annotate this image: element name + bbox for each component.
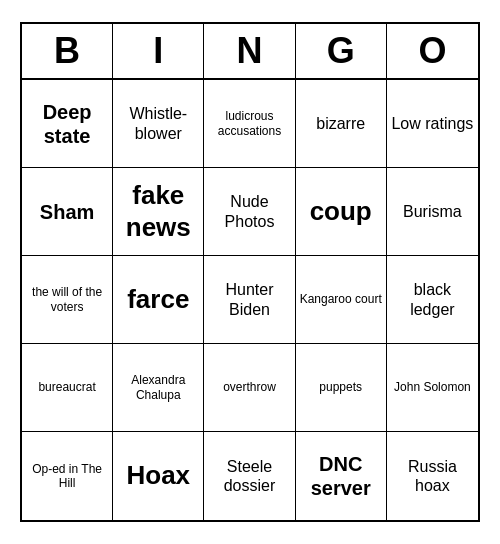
bingo-cell[interactable]: Steele dossier [204,432,295,520]
bingo-cell[interactable]: ludicrous accusations [204,80,295,168]
bingo-cell[interactable]: black ledger [387,256,478,344]
header-letter: B [22,24,113,78]
bingo-cell[interactable]: Alexandra Chalupa [113,344,204,432]
header-letter: G [296,24,387,78]
bingo-cell[interactable]: fake news [113,168,204,256]
bingo-cell[interactable]: puppets [296,344,387,432]
bingo-cell[interactable]: Hoax [113,432,204,520]
bingo-cell[interactable]: bizarre [296,80,387,168]
bingo-cell[interactable]: DNC server [296,432,387,520]
bingo-header: BINGO [22,24,478,80]
bingo-grid: Deep stateWhistle-blowerludicrous accusa… [22,80,478,520]
bingo-cell[interactable]: bureaucrat [22,344,113,432]
bingo-cell[interactable]: Low ratings [387,80,478,168]
bingo-cell[interactable]: Nude Photos [204,168,295,256]
header-letter: N [204,24,295,78]
bingo-cell[interactable]: John Solomon [387,344,478,432]
bingo-cell[interactable]: farce [113,256,204,344]
bingo-cell[interactable]: Sham [22,168,113,256]
header-letter: O [387,24,478,78]
bingo-cell[interactable]: overthrow [204,344,295,432]
bingo-cell[interactable]: Hunter Biden [204,256,295,344]
bingo-card: BINGO Deep stateWhistle-blowerludicrous … [20,22,480,522]
bingo-cell[interactable]: the will of the voters [22,256,113,344]
bingo-cell[interactable]: Deep state [22,80,113,168]
bingo-cell[interactable]: coup [296,168,387,256]
bingo-cell[interactable]: Whistle-blower [113,80,204,168]
bingo-cell[interactable]: Burisma [387,168,478,256]
header-letter: I [113,24,204,78]
bingo-cell[interactable]: Op-ed in The Hill [22,432,113,520]
bingo-cell[interactable]: Kangaroo court [296,256,387,344]
bingo-cell[interactable]: Russia hoax [387,432,478,520]
